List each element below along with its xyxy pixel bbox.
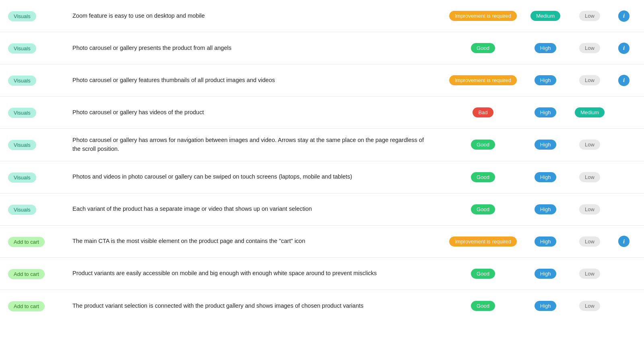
col-effort: Low — [568, 140, 612, 150]
col-description: The product variant selection is connect… — [72, 302, 443, 311]
col-description: Photo carousel or gallery has arrows for… — [72, 136, 443, 154]
category-badge: Add to cart — [8, 237, 45, 247]
effort-badge: Low — [579, 43, 600, 53]
effort-badge: Low — [579, 11, 600, 21]
table-row: VisualsPhoto carousel or gallery has arr… — [0, 129, 644, 161]
col-status: Good — [443, 140, 523, 150]
category-badge: Visuals — [8, 140, 36, 150]
category-badge: Visuals — [8, 108, 36, 118]
status-badge: Good — [471, 204, 495, 214]
status-badge: Good — [471, 43, 495, 53]
col-category: Visuals — [8, 43, 72, 53]
category-badge: Visuals — [8, 11, 36, 21]
status-badge: Bad — [473, 107, 493, 117]
table-row: VisualsZoom feature is easy to use on de… — [0, 0, 644, 32]
priority-badge: High — [535, 107, 557, 117]
col-status: Improvement is required — [443, 75, 523, 85]
info-icon[interactable]: i — [618, 43, 630, 54]
col-description: Product variants are easily accessible o… — [72, 269, 443, 278]
category-badge: Add to cart — [8, 301, 45, 311]
col-category: Visuals — [8, 10, 72, 21]
col-category: Visuals — [8, 172, 72, 183]
category-badge: Visuals — [8, 76, 36, 86]
col-effort: Low — [568, 75, 612, 85]
priority-badge: High — [535, 301, 557, 311]
col-info: i — [612, 10, 636, 22]
effort-badge: Low — [579, 75, 600, 85]
col-effort: Low — [568, 301, 612, 311]
effort-badge: Low — [579, 172, 600, 182]
table-row: VisualsPhoto carousel or gallery feature… — [0, 64, 644, 97]
effort-badge: Medium — [575, 107, 605, 117]
priority-badge: High — [535, 269, 557, 279]
status-badge: Improvement is required — [449, 11, 517, 21]
table-row: VisualsPhoto carousel or gallery present… — [0, 32, 644, 64]
col-info: i — [612, 43, 636, 54]
effort-badge: Low — [579, 204, 600, 214]
col-effort: Low — [568, 204, 612, 214]
table-row: VisualsPhoto carousel or gallery has vid… — [0, 97, 644, 129]
col-category: Visuals — [8, 139, 72, 150]
table-row: VisualsEach variant of the product has a… — [0, 193, 644, 226]
col-category: Visuals — [8, 107, 72, 118]
col-description: Photo carousel or gallery has videos of … — [72, 108, 443, 117]
priority-badge: Medium — [530, 11, 560, 21]
table-row: VisualsPhotos and videos in photo carous… — [0, 161, 644, 193]
category-badge: Visuals — [8, 173, 36, 183]
col-status: Improvement is required — [443, 11, 523, 21]
effort-badge: Low — [579, 301, 600, 311]
col-category: Add to cart — [8, 268, 72, 279]
col-info: i — [612, 75, 636, 86]
col-priority: High — [523, 43, 568, 53]
col-status: Good — [443, 204, 523, 214]
status-badge: Good — [471, 269, 495, 279]
col-description: Each variant of the product has a separa… — [72, 205, 443, 214]
col-priority: High — [523, 140, 568, 150]
col-effort: Low — [568, 237, 612, 247]
col-priority: High — [523, 107, 568, 117]
col-description: Photos and videos in photo carousel or g… — [72, 173, 443, 181]
col-effort: Low — [568, 172, 612, 182]
col-status: Good — [443, 172, 523, 182]
status-badge: Good — [471, 172, 495, 182]
col-priority: Medium — [523, 11, 568, 21]
col-effort: Medium — [568, 107, 612, 117]
col-info: i — [612, 236, 636, 247]
col-category: Visuals — [8, 75, 72, 86]
table-row: Add to cartProduct variants are easily a… — [0, 258, 644, 290]
col-priority: High — [523, 172, 568, 182]
status-badge: Improvement is required — [449, 75, 517, 85]
col-effort: Low — [568, 43, 612, 53]
priority-badge: High — [535, 140, 557, 150]
effort-badge: Low — [579, 269, 600, 279]
col-description: Photo carousel or gallery features thumb… — [72, 76, 443, 85]
col-priority: High — [523, 75, 568, 85]
col-priority: High — [523, 269, 568, 279]
col-category: Add to cart — [8, 236, 72, 247]
col-description: Zoom feature is easy to use on desktop a… — [72, 12, 443, 21]
category-badge: Visuals — [8, 205, 36, 215]
col-effort: Low — [568, 269, 612, 279]
col-status: Good — [443, 43, 523, 53]
priority-badge: High — [535, 237, 557, 247]
category-badge: Add to cart — [8, 269, 45, 279]
priority-badge: High — [535, 204, 557, 214]
info-icon[interactable]: i — [618, 10, 630, 22]
category-badge: Visuals — [8, 43, 36, 53]
info-icon[interactable]: i — [618, 75, 630, 86]
col-status: Improvement is required — [443, 237, 523, 247]
col-priority: High — [523, 301, 568, 311]
main-table: VisualsZoom feature is easy to use on de… — [0, 0, 644, 362]
col-effort: Low — [568, 11, 612, 21]
priority-badge: High — [535, 172, 557, 182]
col-description: Photo carousel or gallery presents the p… — [72, 44, 443, 53]
col-status: Good — [443, 269, 523, 279]
col-priority: High — [523, 237, 568, 247]
status-badge: Improvement is required — [449, 237, 517, 247]
table-row: Add to cartThe main CTA is the most visi… — [0, 226, 644, 258]
info-icon[interactable]: i — [618, 236, 630, 247]
col-priority: High — [523, 204, 568, 214]
priority-badge: High — [535, 75, 557, 85]
status-badge: Good — [471, 140, 495, 150]
priority-badge: High — [535, 43, 557, 53]
